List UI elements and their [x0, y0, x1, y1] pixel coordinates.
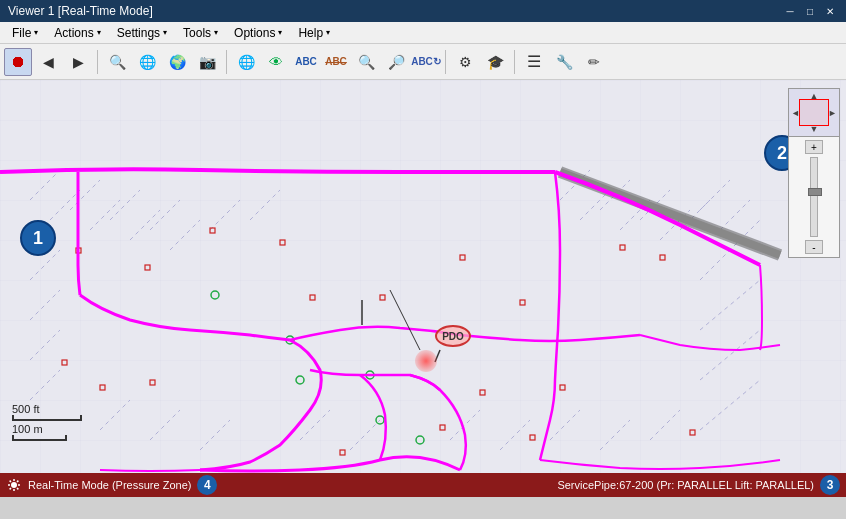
chevron-down-icon: ▾ [326, 28, 330, 37]
scale-line-500ft [12, 415, 82, 421]
zoom-slider-track[interactable] [810, 157, 818, 237]
forward-button[interactable]: ▶ [64, 48, 92, 76]
red-alert-spot [415, 350, 437, 372]
back-button[interactable]: ◀ [34, 48, 62, 76]
zoom-extent-button[interactable]: 🌐 [133, 48, 161, 76]
badge-3: 3 [820, 475, 840, 495]
toolbar-separator [445, 50, 446, 74]
title-bar: Viewer 1 [Real-Time Mode] ─ □ ✕ [0, 0, 846, 22]
gear-button[interactable]: ⚙ [451, 48, 479, 76]
pdo-marker: PDO [435, 325, 471, 347]
zoom-layer-button[interactable]: 🌍 [163, 48, 191, 76]
scale-line-100m [12, 435, 67, 441]
close-button[interactable]: ✕ [822, 4, 838, 18]
menu-bar: File ▾ Actions ▾ Settings ▾ Tools ▾ Opti… [0, 22, 846, 44]
tools2-button[interactable]: 🔧 [550, 48, 578, 76]
navigator-widget: ▲ ▼ ◄ ► + - [788, 88, 840, 258]
layers-button[interactable]: 🎓 [481, 48, 509, 76]
scale-100m: 100 m [12, 423, 82, 435]
search-button[interactable]: 🔍 [352, 48, 380, 76]
toolbar: ⏺ ◀ ▶ 🔍 🌐 🌍 📷 🌐 👁 ABC ABC 🔍 🔎 ABC↻ ⚙ 🎓 ☰… [0, 44, 846, 80]
minimize-button[interactable]: ─ [782, 4, 798, 18]
menu-options[interactable]: Options ▾ [226, 24, 290, 42]
find-button[interactable]: 🔎 [382, 48, 410, 76]
toolbar-separator [514, 50, 515, 74]
chevron-down-icon: ▾ [97, 28, 101, 37]
status-pipe-text: ServicePipe:67-200 (Pr: PARALLEL Lift: P… [557, 479, 814, 491]
map-area[interactable]: 1 2 PDO 500 ft 100 m ▲ ▼ ◄ ► + [0, 80, 846, 473]
visibility-button[interactable]: 👁 [262, 48, 290, 76]
svg-point-65 [11, 482, 17, 488]
maximize-button[interactable]: □ [802, 4, 818, 18]
window-controls: ─ □ ✕ [782, 4, 838, 18]
snapshot-button[interactable]: 📷 [193, 48, 221, 76]
menu-actions[interactable]: Actions ▾ [46, 24, 108, 42]
status-right: ServicePipe:67-200 (Pr: PARALLEL Lift: P… [557, 475, 840, 495]
zoom-in-button[interactable]: 🔍 [103, 48, 131, 76]
labels-off-button[interactable]: ABC [322, 48, 350, 76]
menu-settings[interactable]: Settings ▾ [109, 24, 175, 42]
record-button[interactable]: ⏺ [4, 48, 32, 76]
list-button[interactable]: ☰ [520, 48, 548, 76]
zoom-control: + - [789, 137, 839, 257]
zoom-slider-thumb[interactable] [808, 188, 822, 196]
chevron-down-icon: ▾ [163, 28, 167, 37]
find-text-button[interactable]: ABC↻ [412, 48, 440, 76]
gear-status-icon [6, 477, 22, 493]
badge-1: 1 [20, 220, 56, 256]
badge-4: 4 [197, 475, 217, 495]
zoom-in-nav-button[interactable]: + [805, 140, 823, 154]
toolbar-separator [226, 50, 227, 74]
web-button[interactable]: 🌐 [232, 48, 260, 76]
mini-map[interactable]: ▲ ▼ ◄ ► [789, 89, 839, 137]
nav-viewport-rect [799, 99, 829, 126]
status-left: Real-Time Mode (Pressure Zone) 4 [6, 475, 217, 495]
chevron-down-icon: ▾ [34, 28, 38, 37]
toolbar-separator [97, 50, 98, 74]
chevron-down-icon: ▾ [214, 28, 218, 37]
annotation-button[interactable]: ✏ [580, 48, 608, 76]
chevron-down-icon: ▾ [278, 28, 282, 37]
pdo-circle: PDO [435, 325, 471, 347]
labels-on-button[interactable]: ABC [292, 48, 320, 76]
status-mode-text: Real-Time Mode (Pressure Zone) [28, 479, 191, 491]
nav-right-icon[interactable]: ► [828, 108, 837, 118]
status-bar: Real-Time Mode (Pressure Zone) 4 Service… [0, 473, 846, 497]
zoom-out-nav-button[interactable]: - [805, 240, 823, 254]
scale-500ft: 500 ft [12, 403, 82, 415]
menu-tools[interactable]: Tools ▾ [175, 24, 226, 42]
window-title: Viewer 1 [Real-Time Mode] [8, 4, 153, 18]
map-canvas [0, 80, 846, 473]
menu-file[interactable]: File ▾ [4, 24, 46, 42]
menu-help[interactable]: Help ▾ [290, 24, 338, 42]
scale-bar: 500 ft 100 m [12, 403, 82, 443]
